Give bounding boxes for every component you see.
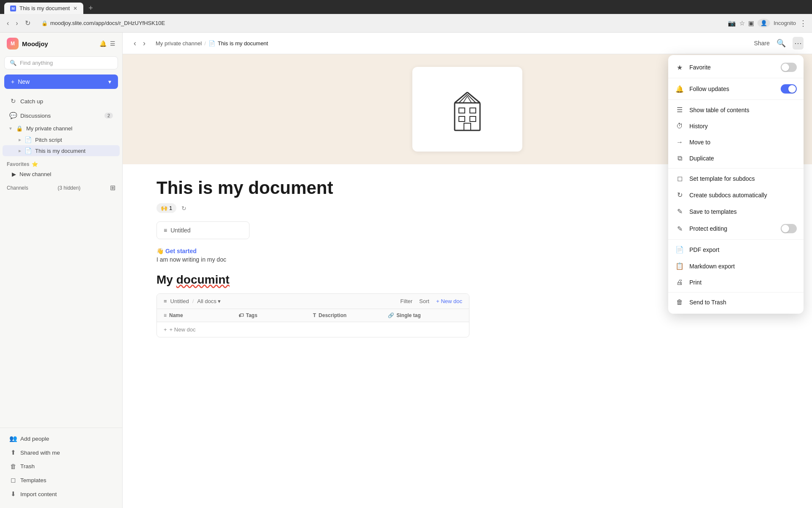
- favorite-toggle[interactable]: [781, 63, 797, 72]
- save-templates-label: Save to templates: [689, 208, 797, 215]
- print-label: Print: [689, 279, 797, 286]
- duplicate-icon: ⧉: [675, 155, 684, 162]
- print-icon: 🖨: [675, 279, 684, 286]
- follow-updates-label: Follow updates: [689, 86, 776, 92]
- history-label: History: [689, 123, 797, 130]
- move-to-label: Move to: [689, 139, 797, 146]
- menu-item-set-template[interactable]: ◻ Set template for subdocs: [668, 170, 804, 187]
- duplicate-label: Duplicate: [689, 155, 797, 162]
- menu-item-favorite[interactable]: ★ Favorite: [668, 58, 804, 76]
- menu-item-save-templates[interactable]: ✎ Save to templates: [668, 203, 804, 220]
- pdf-export-label: PDF export: [689, 246, 797, 253]
- send-to-trash-icon: 🗑: [675, 298, 684, 306]
- menu-item-history[interactable]: ⏱ History: [668, 118, 804, 134]
- send-to-trash-label: Send to Trash: [689, 299, 797, 306]
- menu-item-pdf-export[interactable]: 📄 PDF export: [668, 241, 804, 258]
- history-icon: ⏱: [675, 122, 684, 130]
- menu-divider-1: [668, 78, 804, 78]
- menu-item-move-to[interactable]: → Move to: [668, 134, 804, 150]
- set-template-icon: ◻: [675, 174, 684, 182]
- menu-divider-5: [668, 292, 804, 293]
- dropdown-menu: ★ Favorite 🔔 Follow updates ☰ Show table…: [668, 55, 804, 314]
- favorite-label: Favorite: [689, 64, 776, 71]
- menu-item-protect-editing[interactable]: ✎ Protect editing: [668, 220, 804, 237]
- protect-editing-toggle[interactable]: [781, 224, 797, 233]
- follow-updates-toggle[interactable]: [781, 84, 797, 94]
- pdf-export-icon: 📄: [675, 246, 684, 254]
- menu-item-send-to-trash[interactable]: 🗑 Send to Trash: [668, 294, 804, 310]
- markdown-export-icon: 📋: [675, 262, 684, 270]
- menu-item-show-toc[interactable]: ☰ Show table of contents: [668, 102, 804, 118]
- save-templates-icon: ✎: [675, 207, 684, 215]
- protect-editing-label: Protect editing: [689, 225, 776, 232]
- set-template-label: Set template for subdocs: [689, 175, 797, 182]
- menu-item-follow-updates[interactable]: 🔔 Follow updates: [668, 80, 804, 98]
- menu-item-duplicate[interactable]: ⧉ Duplicate: [668, 150, 804, 166]
- menu-divider-4: [668, 239, 804, 240]
- markdown-export-label: Markdown export: [689, 263, 797, 270]
- create-subdocs-label: Create subdocs automatically: [689, 192, 797, 199]
- menu-divider-2: [668, 99, 804, 100]
- menu-item-print[interactable]: 🖨 Print: [668, 274, 804, 290]
- app: M Moodjoy 🔔 ☰ 🔍 Find anything + New ▾ ↻ …: [0, 33, 812, 508]
- menu-divider-3: [668, 168, 804, 168]
- favorite-icon: ★: [675, 64, 684, 72]
- show-toc-icon: ☰: [675, 106, 684, 114]
- protect-editing-icon: ✎: [675, 225, 684, 233]
- show-toc-label: Show table of contents: [689, 107, 797, 113]
- create-subdocs-icon: ↻: [675, 191, 684, 199]
- move-to-icon: →: [675, 138, 684, 146]
- menu-item-markdown-export[interactable]: 📋 Markdown export: [668, 258, 804, 274]
- follow-updates-icon: 🔔: [675, 85, 684, 93]
- menu-item-create-subdocs[interactable]: ↻ Create subdocs automatically: [668, 187, 804, 203]
